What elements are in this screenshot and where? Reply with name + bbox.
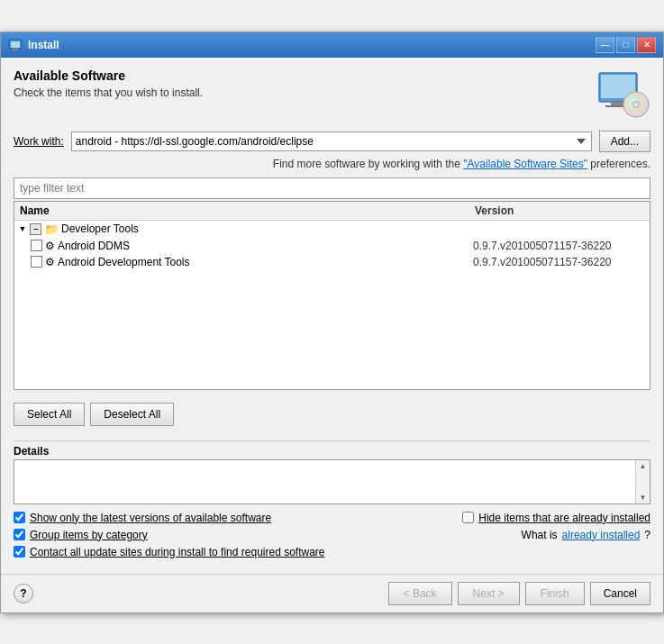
svg-rect-1	[11, 41, 20, 48]
software-sites-link[interactable]: "Available Software Sites"	[463, 158, 587, 170]
table-row: ⚙ Android Development Tools 0.9.7.v20100…	[14, 254, 650, 270]
item-name: Android DDMS	[58, 240, 130, 252]
details-section: Details ▲ ▼	[14, 445, 650, 504]
header-section: Available Software Check the items that …	[14, 68, 650, 122]
page-subtitle: Check the items that you wish to install…	[14, 86, 203, 99]
group-row-developer-tools: ▼ ‒ 📁 Developer Tools	[18, 222, 466, 236]
version-column-header: Version	[469, 202, 650, 221]
minimize-button[interactable]: —	[596, 37, 614, 53]
help-button[interactable]: ?	[14, 584, 33, 603]
software-sites-text: Find more software by working with the	[273, 158, 463, 170]
option-hide-installed-checkbox[interactable]	[462, 512, 474, 523]
option-group-category-label: Group items by category	[30, 529, 148, 541]
table-row: ▼ ‒ 📁 Developer Tools	[14, 220, 650, 238]
item-checkbox[interactable]	[31, 240, 42, 251]
title-bar: Install — □ ✕	[1, 32, 663, 58]
work-with-label: Work with:	[14, 135, 64, 148]
item-icon: ⚙	[45, 240, 55, 252]
option-hide-installed: Hide items that are already installed	[462, 512, 650, 524]
item-version: 0.9.7.v201005071157-36220	[469, 238, 650, 254]
header-text: Available Software Check the items that …	[14, 68, 203, 99]
title-bar-buttons: — □ ✕	[596, 37, 656, 53]
monitor-svg	[595, 68, 650, 119]
question-mark: ?	[644, 529, 650, 541]
folder-icon: 📁	[44, 222, 59, 236]
svg-rect-3	[11, 50, 20, 51]
content-area: Available Software Check the items that …	[1, 58, 663, 574]
option-latest-versions: Show only the latest versions of availab…	[14, 512, 271, 524]
software-list: Name Version ▼ ‒ 📁 Developer Tools	[14, 201, 650, 390]
option-latest-versions-checkbox[interactable]	[14, 512, 25, 523]
footer-buttons: < Back Next > Finish Cancel	[388, 582, 650, 605]
footer: ? < Back Next > Finish Cancel	[1, 574, 663, 612]
details-scrollbar: ▲ ▼	[635, 460, 650, 503]
selection-buttons: Select All Deselect All	[14, 397, 650, 431]
deselect-all-button[interactable]: Deselect All	[90, 403, 174, 426]
maximize-button[interactable]: □	[616, 37, 635, 53]
group-name: Developer Tools	[61, 222, 139, 235]
work-with-row: Work with: android - https://dl-ssl.goog…	[14, 131, 650, 152]
title-bar-text: Install	[8, 38, 59, 52]
option-update-sites-checkbox[interactable]	[14, 546, 25, 558]
cancel-button[interactable]: Cancel	[590, 582, 650, 605]
divider	[14, 440, 650, 441]
item-name: Android Development Tools	[58, 256, 190, 268]
option-contact-update-sites: Contact all update sites during install …	[14, 546, 325, 558]
options-section: Show only the latest versions of availab…	[14, 512, 650, 558]
details-label: Details	[14, 445, 650, 458]
options-row-1: Show only the latest versions of availab…	[14, 512, 650, 524]
install-graphic	[595, 68, 650, 122]
expand-icon[interactable]: ▼	[18, 224, 27, 233]
option-hide-installed-label: Hide items that are already installed	[478, 512, 650, 524]
item-version: 0.9.7.v201005071157-36220	[469, 254, 650, 270]
select-all-button[interactable]: Select All	[14, 403, 85, 426]
add-button[interactable]: Add...	[599, 131, 650, 152]
finish-button[interactable]: Finish	[525, 582, 585, 605]
work-with-dropdown[interactable]: android - https://dl-ssl.google.com/andr…	[71, 132, 592, 151]
option-group-by-category: Group items by category	[14, 529, 148, 541]
group-version	[469, 220, 650, 238]
option-latest-versions-label: Show only the latest versions of availab…	[30, 512, 271, 524]
next-button[interactable]: Next >	[458, 582, 520, 605]
svg-rect-2	[13, 49, 18, 50]
option-already-installed: What is already installed ?	[522, 529, 650, 541]
item-row-android-dev-tools: ⚙ Android Development Tools	[31, 256, 466, 268]
back-button[interactable]: < Back	[388, 582, 452, 605]
already-installed-link[interactable]: already installed	[562, 529, 641, 541]
table-row: ⚙ Android DDMS 0.9.7.v201005071157-36220	[14, 238, 650, 254]
option-update-sites-label: Contact all update sites during install …	[30, 546, 325, 558]
software-sites-row: Find more software by working with the "…	[14, 158, 650, 170]
details-box: ▲ ▼	[14, 459, 650, 504]
group-checkbox[interactable]: ‒	[30, 223, 41, 235]
scroll-up-arrow[interactable]: ▲	[640, 462, 647, 470]
options-row-3: Contact all update sites during install …	[14, 546, 650, 558]
page-title: Available Software	[14, 68, 203, 83]
software-sites-suffix: preferences.	[590, 158, 650, 170]
option-group-category-checkbox[interactable]	[14, 529, 25, 540]
item-checkbox[interactable]	[31, 256, 42, 268]
close-button[interactable]: ✕	[637, 37, 656, 53]
scroll-down-arrow[interactable]: ▼	[640, 494, 647, 502]
install-window: Install — □ ✕ Available Software Check t…	[0, 32, 664, 613]
options-row-2: Group items by category What is already …	[14, 529, 650, 541]
footer-left: ?	[14, 584, 33, 603]
svg-point-11	[634, 103, 638, 106]
item-row-android-ddms: ⚙ Android DDMS	[31, 240, 466, 252]
name-column-header: Name	[14, 202, 469, 221]
item-icon: ⚙	[45, 256, 55, 268]
install-icon	[8, 38, 23, 52]
what-is-text: What is	[522, 529, 558, 541]
filter-input[interactable]	[14, 177, 650, 199]
